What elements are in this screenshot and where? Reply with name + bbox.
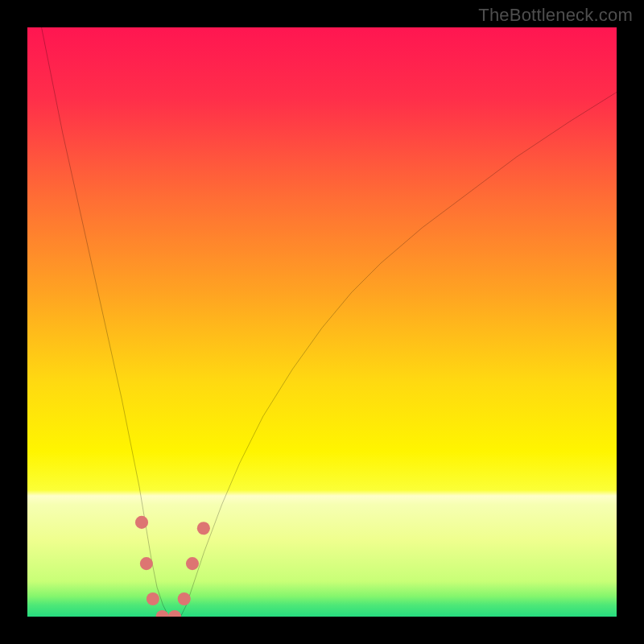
svg-point-7 <box>186 557 199 570</box>
chart-frame: TheBottleneck.com <box>0 0 644 644</box>
plot-area <box>27 27 617 617</box>
svg-point-2 <box>140 557 153 570</box>
svg-point-3 <box>147 592 159 605</box>
svg-point-8 <box>197 522 210 535</box>
svg-point-4 <box>156 610 169 617</box>
svg-point-1 <box>135 516 148 529</box>
highlighted-range-markers <box>135 516 210 617</box>
watermark-label: TheBottleneck.com <box>478 5 633 26</box>
bottleneck-curve <box>27 27 617 617</box>
svg-point-5 <box>168 610 181 617</box>
svg-point-6 <box>178 592 191 605</box>
